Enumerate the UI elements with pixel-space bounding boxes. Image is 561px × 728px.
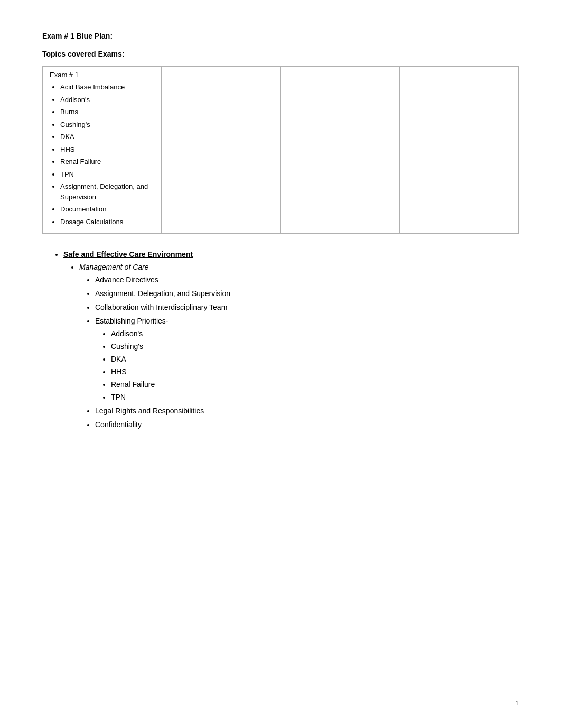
page-title: Exam # 1 Blue Plan:	[42, 32, 519, 40]
level3-item-assignment: Assignment, Delegation, and Supervision	[95, 289, 519, 298]
level4-item-dka: DKA	[111, 355, 519, 363]
level3-item-advance-directives: Advance Directives	[95, 275, 519, 284]
level4-item-hhs: HHS	[111, 367, 519, 376]
table-cell-header-0: Exam # 1	[50, 71, 155, 79]
table-cell-1	[162, 66, 280, 234]
level4-item-cushings: Cushing's	[111, 342, 519, 351]
list-item: TPN	[60, 169, 155, 180]
level1-list: Safe and Effective Care Environment Mana…	[53, 250, 519, 429]
list-item: Documentation	[60, 204, 155, 215]
exam1-list: Acid Base Imbalance Addison's Burns Cush…	[50, 82, 155, 227]
level3-item-establishing-priorities: Establishing Priorities- Addison's Cushi…	[95, 317, 519, 401]
list-item: Renal Failure	[60, 156, 155, 167]
safe-care-label: Safe and Effective Care Environment	[63, 250, 193, 259]
list-item: HHS	[60, 144, 155, 155]
level3-item-collaboration: Collaboration with Interdisciplinary Tea…	[95, 303, 519, 311]
level2-item: Management of Care Advance Directives As…	[79, 263, 519, 429]
table-cell-2	[280, 66, 399, 234]
list-item: Cushing's	[60, 119, 155, 130]
level3-list: Advance Directives Assignment, Delegatio…	[79, 275, 519, 429]
page-number: 1	[515, 699, 519, 707]
table-cell-3	[399, 66, 518, 234]
table-cell-0: Exam # 1 Acid Base Imbalance Addison's B…	[43, 66, 162, 234]
list-item: Dosage Calculations	[60, 217, 155, 227]
table-container: Exam # 1 Acid Base Imbalance Addison's B…	[42, 66, 519, 234]
topics-label: Topics covered Exams:	[42, 50, 519, 58]
list-item: DKA	[60, 132, 155, 142]
list-item: Addison's	[60, 95, 155, 105]
list-item: Assignment, Delegation, and Supervision	[60, 181, 155, 202]
list-item: Acid Base Imbalance	[60, 82, 155, 93]
level4-item-addisons: Addison's	[111, 329, 519, 338]
management-of-care-label: Management of Care	[79, 263, 149, 271]
main-content: Safe and Effective Care Environment Mana…	[42, 250, 519, 429]
level1-item: Safe and Effective Care Environment Mana…	[63, 250, 519, 429]
list-item: Burns	[60, 107, 155, 117]
level4-item-renal-failure: Renal Failure	[111, 380, 519, 389]
level3-item-legal-rights: Legal Rights and Responsibilities	[95, 407, 519, 415]
level3-item-confidentiality: Confidentiality	[95, 420, 519, 429]
level2-list: Management of Care Advance Directives As…	[63, 263, 519, 429]
level4-list: Addison's Cushing's DKA HHS Renal Failur…	[95, 329, 519, 401]
level4-item-tpn: TPN	[111, 393, 519, 401]
